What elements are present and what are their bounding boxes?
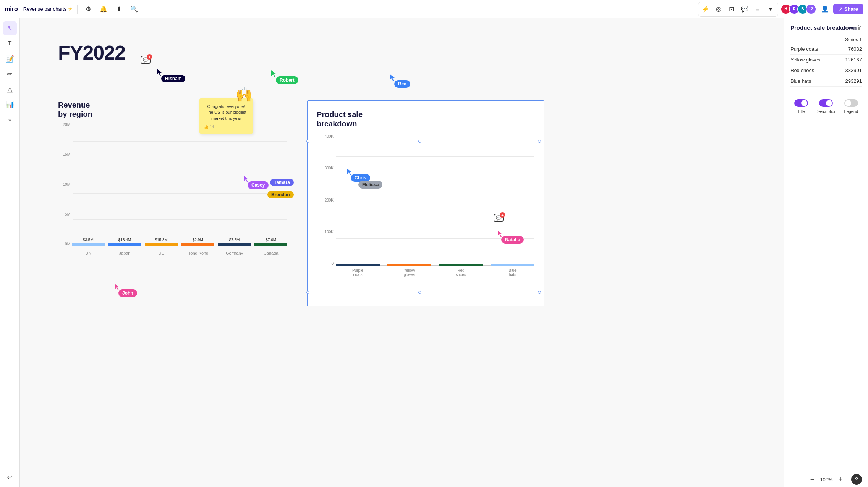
toolbar-group-right: ⚡ ◎ ⊡ 💬 ≡ ▾: [698, 2, 778, 17]
target-icon[interactable]: ◎: [713, 3, 725, 15]
topbar-right: ⚡ ◎ ⊡ 💬 ≡ ▾ H R B 12 👤 ↗ Share: [698, 2, 863, 17]
comment-icon[interactable]: 💬: [738, 3, 751, 15]
avatar-stack: H R B 12: [781, 4, 816, 15]
user-settings-icon[interactable]: 👤: [819, 3, 831, 15]
board-title: Revenue bar charts ★: [23, 6, 73, 12]
frame-icon[interactable]: ⊡: [725, 3, 738, 15]
settings-icon[interactable]: ⚙: [82, 3, 94, 15]
chevron-down-icon[interactable]: ▾: [764, 3, 777, 15]
star-icon[interactable]: ★: [68, 6, 73, 12]
avatar-count: 12: [806, 4, 816, 15]
share-icon: ↗: [839, 6, 843, 12]
miro-logo: miro: [5, 6, 18, 13]
topbar-separator: [77, 5, 78, 14]
search-icon[interactable]: 🔍: [128, 3, 140, 15]
share-button[interactable]: ↗ Share: [833, 4, 863, 14]
list-icon[interactable]: ≡: [751, 3, 764, 15]
lightning-icon[interactable]: ⚡: [700, 3, 712, 15]
notification-icon[interactable]: 🔔: [97, 3, 110, 15]
topbar: miro Revenue bar charts ★ ⚙ 🔔 ⬆ 🔍 ⚡ ◎ ⊡ …: [0, 0, 868, 18]
upload-icon[interactable]: ⬆: [113, 3, 125, 15]
